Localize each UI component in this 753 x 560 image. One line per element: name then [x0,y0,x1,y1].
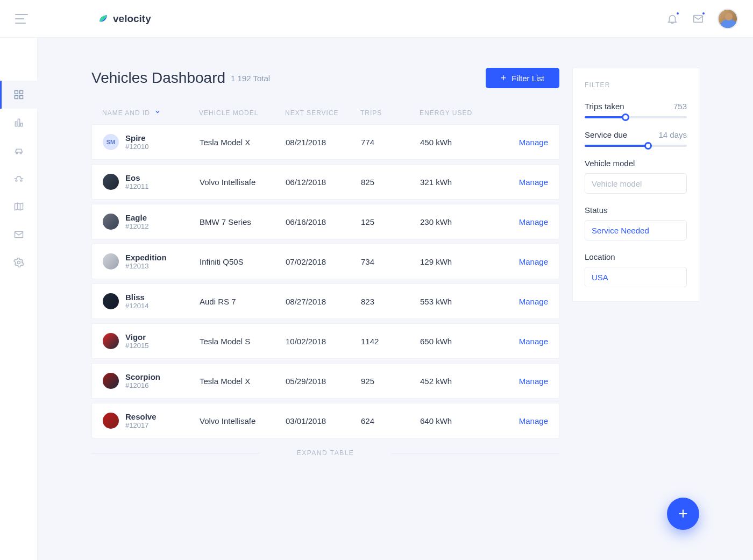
service-due-label: Service due [585,130,627,139]
topbar: velocity [0,0,753,38]
vehicle-id: #12012 [125,222,148,230]
energy-used: 640 kWh [420,416,490,426]
service-slider[interactable] [585,145,687,147]
svg-point-11 [20,180,22,181]
table-row[interactable]: Vigor#12015Tesla Model S10/02/2018114265… [91,323,559,359]
vehicle-name: Spire [125,133,148,143]
notification-dot [676,11,680,16]
manage-link[interactable]: Manage [490,138,548,147]
status-select[interactable]: Service Needed [585,220,687,240]
brand-name: velocity [113,13,151,25]
manage-link[interactable]: Manage [490,178,548,187]
col-next-service[interactable]: NEXT SERVICE [285,109,360,117]
user-avatar[interactable] [718,9,738,29]
next-service: 10/02/2018 [286,337,361,346]
page-header: Vehicles Dashboard 1 192 Total + Filter … [91,68,559,88]
svg-rect-5 [15,122,17,126]
vehicle-model: Infiniti Q50S [200,257,286,266]
location-select[interactable]: USA [585,267,687,287]
manage-link[interactable]: Manage [490,377,548,386]
next-service: 03/01/2018 [286,416,361,426]
trips: 1142 [361,337,420,346]
page-title: Vehicles Dashboard [91,69,225,87]
trips: 734 [361,257,420,266]
table-row[interactable]: Eos#12011Volvo Intellisafe06/12/20188253… [91,164,559,200]
messages-button[interactable] [692,12,705,25]
vehicle-avatar [103,174,119,190]
service-due-value: 14 days [658,130,687,139]
sidebar-item-settings[interactable] [0,249,38,277]
vehicle-id: #12011 [125,182,148,190]
svg-rect-4 [20,96,23,99]
vehicle-name: Eagle [125,213,148,222]
sidebar-item-mail[interactable] [0,221,38,249]
manage-link[interactable]: Manage [490,416,548,426]
col-trips[interactable]: TRIPS [360,109,420,117]
fab-add-button[interactable]: + [667,498,699,530]
trips-taken-value: 753 [673,102,687,111]
plus-icon: + [678,505,688,523]
leaf-icon [98,13,109,24]
next-service: 07/02/2018 [286,257,361,266]
trips: 624 [361,416,420,426]
filter-heading: FILTER [585,81,687,89]
vehicle-model: Volvo Intellisafe [200,416,286,426]
trips: 774 [361,138,420,147]
col-model[interactable]: VEHICLE MODEL [199,109,285,117]
expand-table-button[interactable]: EXPAND TABLE [91,449,559,457]
trips-slider[interactable] [585,116,687,118]
sidebar-item-vehicles[interactable] [0,137,38,165]
vehicle-name: Bliss [125,293,148,302]
table-header: NAME AND ID VEHICLE MODEL NEXT SERVICE T… [91,103,559,124]
table-row[interactable]: Bliss#12014Audi RS 708/27/2018823553 kWh… [91,283,559,319]
vehicle-id: #12016 [125,381,160,389]
vehicle-name: Resolve [125,412,157,421]
vehicle-model: Tesla Model S [200,337,286,346]
energy-used: 553 kWh [420,297,490,306]
sidebar [0,38,38,560]
svg-point-8 [16,152,18,154]
table-row[interactable]: Scorpion#12016Tesla Model X05/29/2018925… [91,363,559,399]
location-label: Location [585,252,687,261]
vehicle-model-label: Vehicle model [585,159,687,168]
sidebar-item-dashboard[interactable] [0,81,38,109]
status-label: Status [585,205,687,215]
trips: 925 [361,377,420,386]
col-energy[interactable]: ENERGY USED [420,109,489,117]
table-row[interactable]: SMSpire#12010Tesla Model X08/21/20187744… [91,124,559,160]
vehicle-avatar [103,214,119,230]
manage-link[interactable]: Manage [490,337,548,346]
trips-taken-label: Trips taken [585,102,624,111]
next-service: 08/27/2018 [286,297,361,306]
menu-toggle[interactable] [15,14,28,24]
sidebar-item-analytics[interactable] [0,109,38,137]
svg-rect-6 [18,119,19,126]
svg-point-9 [20,152,22,154]
filter-list-button[interactable]: + Filter List [486,68,559,88]
energy-used: 450 kWh [420,138,490,147]
vehicle-avatar [103,413,119,429]
svg-point-13 [18,261,20,264]
vehicle-name: Eos [125,173,148,182]
vehicle-id: #12010 [125,143,148,151]
table-row[interactable]: Eagle#12012BMW 7 Series06/16/2018125230 … [91,204,559,239]
col-name-id[interactable]: NAME AND ID [102,109,199,117]
vehicle-model-input[interactable] [585,173,687,194]
chevron-down-icon [154,109,161,117]
sidebar-item-service[interactable] [0,165,38,193]
table-row[interactable]: Resolve#12017Volvo Intellisafe03/01/2018… [91,403,559,438]
manage-link[interactable]: Manage [490,257,548,266]
vehicle-id: #12014 [125,302,148,310]
trips: 125 [361,217,420,226]
sidebar-item-map[interactable] [0,193,38,221]
vehicle-model: Tesla Model X [200,377,286,386]
manage-link[interactable]: Manage [490,217,548,226]
next-service: 06/12/2018 [286,178,361,187]
svg-rect-3 [15,96,18,99]
svg-rect-2 [20,91,23,94]
table-row[interactable]: Expedition#12013Infiniti Q50S07/02/20187… [91,244,559,279]
brand-logo[interactable]: velocity [98,13,151,25]
messages-dot [701,11,706,16]
notifications-button[interactable] [666,12,679,25]
manage-link[interactable]: Manage [490,297,548,306]
